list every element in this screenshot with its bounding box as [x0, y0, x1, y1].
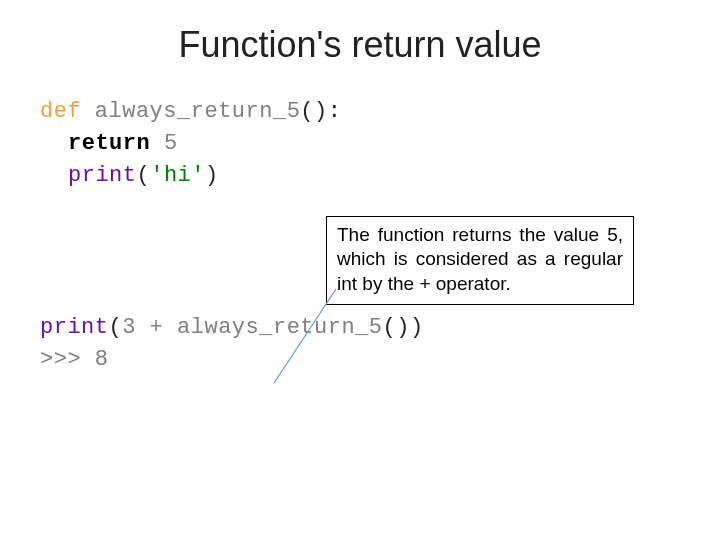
close-parens-2: ()) [383, 315, 424, 340]
code-line-5: >>> 8 [40, 344, 720, 376]
code-line-3: print('hi') [40, 160, 720, 192]
kw-print-2: print [40, 315, 109, 340]
callout-box: The function returns the value 5, which … [326, 216, 634, 305]
parens: (): [300, 99, 341, 124]
slide-title: Function's return value [0, 24, 720, 66]
kw-return: return [68, 131, 150, 156]
open-paren-2: ( [109, 315, 123, 340]
func-name: always_return_5 [81, 99, 300, 124]
close-paren: ) [205, 163, 219, 188]
open-paren: ( [137, 163, 151, 188]
kw-def: def [40, 99, 81, 124]
code-line-1: def always_return_5(): [40, 96, 720, 128]
code-line-4: print(3 + always_return_5()) [40, 312, 720, 344]
string-literal: 'hi' [150, 163, 205, 188]
code-line-2: return 5 [40, 128, 720, 160]
expr-text: 3 + always_return_5 [122, 315, 382, 340]
return-val: 5 [150, 131, 177, 156]
kw-print: print [68, 163, 137, 188]
